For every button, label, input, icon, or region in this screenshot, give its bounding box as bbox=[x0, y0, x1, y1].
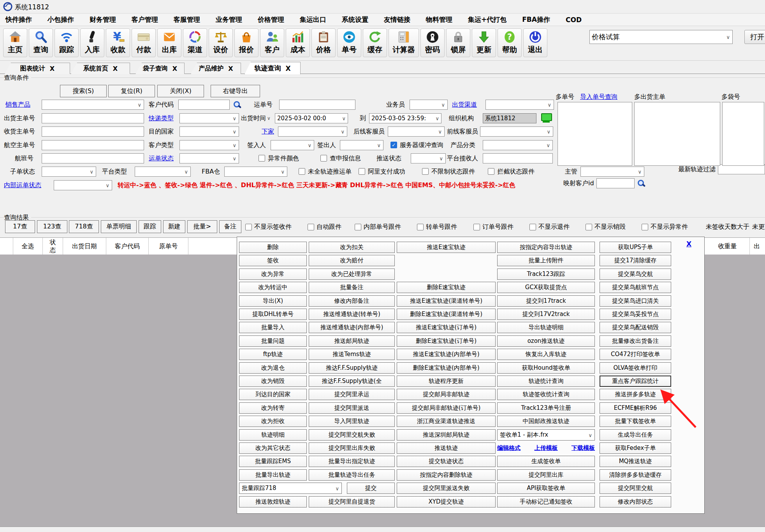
results-checkbox[interactable] bbox=[245, 224, 252, 230]
waybill-status-link[interactable]: 运单状态 bbox=[149, 153, 174, 163]
grid-action-button-highlight[interactable]: 重点客户跟踪统计 bbox=[600, 376, 671, 387]
header-ship-date[interactable]: 出货日期 bbox=[63, 238, 106, 255]
grid-action-button[interactable]: 轨迹统计查询 bbox=[497, 376, 595, 387]
grid-action-button[interactable]: 修改内部备注 bbox=[309, 295, 395, 307]
results-checkbox[interactable] bbox=[308, 224, 314, 230]
grid-action-button[interactable]: 批量修改出货备注 bbox=[600, 335, 671, 347]
grid-submit-button[interactable]: 提交 bbox=[347, 483, 395, 494]
grid-action-button[interactable]: 删除E速宝轨迹(内部单号) bbox=[397, 362, 496, 374]
grid-action-button[interactable]: 导入阿里轨迹 bbox=[309, 416, 395, 427]
grid-action-button[interactable]: 批量备注 bbox=[309, 282, 395, 293]
header-customer-code[interactable]: 客户代码 bbox=[106, 238, 149, 255]
ship-time-caret-icon[interactable]: ∨ bbox=[267, 116, 271, 121]
multi-ship-master-textarea[interactable] bbox=[634, 102, 720, 166]
toolbar-button[interactable]: 锁屏 bbox=[446, 28, 470, 57]
org-picker-icon[interactable] bbox=[540, 113, 553, 123]
grid-receipt-template-select[interactable]: 签收单1 - 副本.frx bbox=[497, 429, 595, 441]
customer-code-input[interactable] bbox=[178, 100, 230, 110]
product-category-select[interactable] bbox=[483, 140, 553, 150]
toolbar-button[interactable]: 付款 bbox=[132, 28, 156, 57]
results-checkbox[interactable] bbox=[417, 224, 424, 230]
grid-action-button[interactable]: 提交阿里交航 bbox=[600, 483, 671, 494]
air-master-no-input[interactable] bbox=[42, 140, 144, 150]
tab-item[interactable]: 图表统计X bbox=[5, 63, 70, 74]
downstream-select[interactable] bbox=[278, 126, 347, 137]
grid-action-button[interactable]: ECFME解析R96 bbox=[600, 402, 671, 414]
grid-action-button[interactable]: 批量跟踪EMS bbox=[239, 456, 307, 467]
grid-action-button[interactable]: 提交邮局非邮轨迹(订单号) bbox=[397, 402, 496, 414]
tab-close-icon[interactable]: X bbox=[172, 65, 177, 72]
grid-action-button[interactable]: 改为转运中 bbox=[239, 282, 307, 293]
menu-item[interactable]: COD bbox=[566, 16, 582, 24]
courier-type-select[interactable] bbox=[179, 113, 239, 123]
results-button[interactable]: 跟踪 bbox=[139, 220, 161, 233]
backline-cs-select[interactable] bbox=[388, 126, 445, 137]
grid-action-button[interactable]: 改为已处理异常 bbox=[309, 269, 395, 280]
panel-close-link[interactable]: X bbox=[686, 240, 691, 248]
map-customer-id-input[interactable] bbox=[596, 178, 635, 188]
grid-track718-select[interactable]: 批量跟踪718 bbox=[239, 483, 342, 494]
grid-action-button[interactable]: 中国邮政推送轨迹 bbox=[497, 416, 595, 427]
grid-action-button[interactable]: 提交阿里出库失败 bbox=[309, 442, 395, 454]
toolbar-button[interactable]: 设价 bbox=[209, 28, 233, 57]
grid-action-button[interactable]: 生成导出任务 bbox=[600, 429, 671, 441]
results-button[interactable]: 17查 bbox=[5, 220, 35, 233]
toolbar-button[interactable]: 退出 bbox=[523, 28, 547, 57]
toolbar-button[interactable]: 查询 bbox=[29, 28, 53, 57]
toolbar-button[interactable]: ?帮助 bbox=[498, 28, 522, 57]
grid-action-button[interactable]: 改为赔付 bbox=[309, 255, 395, 266]
grid-action-button[interactable]: 推送Tems轨迹 bbox=[309, 349, 395, 360]
results-button[interactable]: 123查 bbox=[37, 220, 67, 233]
sales-product-link[interactable]: 销售产品 bbox=[5, 100, 30, 110]
supervisor-select[interactable] bbox=[580, 167, 644, 177]
grid-action-button[interactable]: API获取签收单 bbox=[497, 483, 595, 494]
grid-action-button[interactable]: 提交菜鸟妥投节点 bbox=[600, 309, 671, 320]
toolbar-button[interactable]: 计算器 bbox=[389, 28, 419, 57]
toolbar-button[interactable]: 缓存 bbox=[363, 28, 387, 57]
grid-action-button[interactable]: 提交17清除缓存 bbox=[600, 255, 671, 266]
grid-action-button[interactable]: 改为销毁 bbox=[239, 376, 307, 387]
grid-action-button[interactable]: 推送轨迹 bbox=[397, 442, 496, 454]
downstream-link[interactable]: 下家 bbox=[262, 126, 274, 137]
grid-action-button[interactable]: 改为其它状态 bbox=[239, 442, 307, 454]
toolbar-button[interactable]: 跟踪 bbox=[55, 28, 79, 57]
right-click-export-button[interactable]: 右键导出 bbox=[211, 85, 260, 97]
header-cut[interactable]: 出 bbox=[750, 238, 765, 255]
date-from-field[interactable]: 2025-03-02 00:0 bbox=[275, 113, 348, 123]
customer-search-icon[interactable] bbox=[233, 100, 241, 109]
grid-action-button[interactable]: 删除E速宝轨迹 bbox=[397, 282, 496, 293]
grid-action-button[interactable]: 按指定内容删除轨迹 bbox=[397, 469, 496, 481]
toolbar-button[interactable]: ¥收款 bbox=[106, 28, 130, 57]
grid-action-button[interactable]: Track123跟踪 bbox=[497, 269, 595, 280]
grid-action-button[interactable]: MQ推送轨迹 bbox=[600, 456, 671, 467]
tab-close-icon[interactable]: X bbox=[50, 65, 55, 72]
grid-action-button[interactable]: GCX获取提货点 bbox=[497, 282, 595, 293]
results-button[interactable]: 新建 bbox=[163, 220, 185, 233]
grid-action-button[interactable]: 手动标记已通知签收 bbox=[497, 496, 595, 507]
tab-item[interactable]: 系统首页X bbox=[71, 63, 130, 74]
grid-action-button[interactable]: 批量导入 bbox=[239, 322, 307, 333]
tab-close-icon[interactable]: X bbox=[113, 65, 118, 72]
open-button[interactable]: 打开 bbox=[744, 30, 765, 44]
platform-collector-input[interactable] bbox=[483, 153, 553, 163]
toolbar-button[interactable]: 报价 bbox=[234, 28, 259, 57]
grid-action-button[interactable]: 轨迹签收统计查询 bbox=[497, 389, 595, 400]
grid-action-button[interactable]: OLVA签收单打印 bbox=[600, 362, 671, 374]
grid-action-button[interactable]: 提交阿里派送 bbox=[309, 402, 395, 414]
sign-out-select[interactable] bbox=[340, 140, 383, 150]
tab-active[interactable]: 轨迹查询X bbox=[244, 62, 301, 74]
menu-item[interactable]: 价格管理 bbox=[258, 15, 284, 24]
grid-action-button[interactable]: 到达目的国家 bbox=[239, 389, 307, 400]
grid-action-button[interactable]: Track123单号注册 bbox=[497, 402, 595, 414]
grid-action-button[interactable]: 推送E速宝轨迹(订单号) bbox=[397, 322, 496, 333]
toolbar-button[interactable]: 客户 bbox=[260, 28, 284, 57]
grid-action-button[interactable]: 生成签收单 bbox=[497, 456, 595, 467]
menu-item[interactable]: 系统设置 bbox=[342, 15, 368, 24]
grid-action-button[interactable]: XYD提交轨迹 bbox=[397, 496, 496, 507]
menu-item[interactable]: 集运+代打包 bbox=[468, 15, 506, 24]
grid-action-button[interactable]: 恢复出入库轨迹 bbox=[497, 349, 595, 360]
header-checkbox-cell[interactable] bbox=[0, 238, 13, 255]
results-checkbox[interactable] bbox=[355, 224, 361, 230]
grid-action-button[interactable]: 提交阿里交航失败 bbox=[309, 429, 395, 441]
menu-item[interactable]: 物料管理 bbox=[426, 15, 452, 24]
